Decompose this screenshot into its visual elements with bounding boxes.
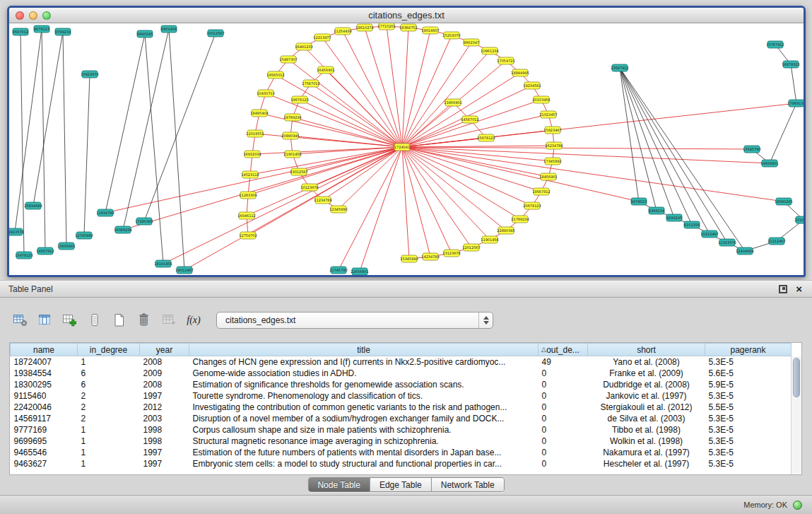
- table-cell[interactable]: 2: [78, 402, 140, 413]
- table-row[interactable]: 1872400712008Changes of HCN gene express…: [11, 356, 792, 368]
- table-cell[interactable]: 5.3E-5: [705, 390, 792, 402]
- graph-node[interactable]: 20103456: [532, 96, 550, 103]
- table-cell[interactable]: 1997: [140, 458, 189, 469]
- graph-node[interactable]: 19012467: [175, 267, 193, 274]
- close-button[interactable]: [16, 11, 24, 20]
- graph-node[interactable]: 12754702: [239, 232, 257, 239]
- table-cell[interactable]: Nakamura et al. (1997): [588, 447, 705, 458]
- table-cell[interactable]: 2008: [140, 356, 189, 368]
- graph-node[interactable]: 18844995: [511, 69, 529, 76]
- network-graph[interactable]: 9567012967812397892349890345990145610012…: [9, 23, 804, 275]
- table-cell[interactable]: 0: [539, 379, 588, 390]
- graph-node[interactable]: 12213977: [313, 34, 331, 41]
- graph-node[interactable]: 16456901: [317, 66, 334, 74]
- table-row[interactable]: 911546021997Tourette syndrome. Phenomeno…: [11, 390, 792, 402]
- table-settings-icon[interactable]: [11, 311, 30, 329]
- graph-node[interactable]: 15923467: [543, 127, 561, 134]
- table-cell[interactable]: 49: [539, 356, 588, 368]
- table-row[interactable]: 1938455462009Genome-wide association stu…: [11, 368, 792, 379]
- table-selector-dropdown[interactable]: citations_edges.txt: [216, 312, 493, 329]
- table-cell[interactable]: 0: [539, 424, 588, 436]
- graph-node[interactable]: 12012567: [462, 244, 480, 251]
- float-panel-icon[interactable]: [779, 285, 787, 293]
- minimize-button[interactable]: [29, 11, 37, 20]
- graph-node[interactable]: 15203070: [442, 32, 460, 39]
- table-cell[interactable]: Hescheler et al. (1997): [588, 458, 705, 469]
- table-cell[interactable]: Genome-wide association studies in ADHD.: [189, 368, 539, 379]
- tab-node-table[interactable]: Node Table: [308, 478, 370, 491]
- delete-table-icon[interactable]: [135, 311, 153, 329]
- graph-node[interactable]: 17290345: [135, 218, 153, 225]
- graph-node[interactable]: 16046112: [237, 212, 255, 219]
- graph-node[interactable]: 22890345: [497, 227, 514, 234]
- graph-node[interactable]: 10861234: [481, 47, 498, 54]
- table-cell[interactable]: 2012: [140, 402, 189, 413]
- table-cell[interactable]: 2: [78, 413, 140, 424]
- graph-node[interactable]: 16234786: [545, 142, 563, 149]
- graph-node[interactable]: 10430713: [257, 90, 274, 97]
- graph-node[interactable]: 16878023: [782, 61, 799, 68]
- column-header-short[interactable]: short: [588, 344, 705, 356]
- graph-node[interactable]: 11254439: [334, 28, 351, 35]
- table-cell[interactable]: 6: [78, 379, 140, 390]
- vertical-scrollbar[interactable]: [791, 356, 801, 474]
- table-cell[interactable]: de Silva et al. (2003): [588, 413, 705, 424]
- graph-node[interactable]: 14234789: [421, 253, 439, 260]
- table-cell[interactable]: 9463627: [11, 458, 78, 469]
- graph-node[interactable]: 9901456: [161, 25, 177, 33]
- table-row[interactable]: 946362711997Embryonic stem cells: a mode…: [11, 458, 792, 469]
- graph-node[interactable]: 17567012: [302, 80, 319, 87]
- graph-node[interactable]: 13545790: [743, 146, 760, 153]
- table-cell[interactable]: Tourette syndrome. Phenomenology and cla…: [189, 390, 539, 402]
- table-cell[interactable]: 5.9E-5: [705, 379, 792, 390]
- graph-node[interactable]: 9678123: [34, 25, 49, 33]
- scrollbar-thumb[interactable]: [793, 358, 800, 397]
- graph-node[interactable]: 11323578: [718, 239, 736, 246]
- table-cell[interactable]: 2003: [140, 413, 189, 424]
- graph-node[interactable]: 13456901: [444, 99, 461, 106]
- graph-node[interactable]: 20890345: [281, 132, 299, 139]
- graph-node[interactable]: 9890345: [137, 30, 153, 37]
- table-cell[interactable]: 9699695: [11, 436, 78, 447]
- import-table-icon[interactable]: [160, 311, 178, 329]
- table-row[interactable]: 969969511998Structural magnetic resonanc…: [11, 436, 792, 447]
- graph-node[interactable]: 19014607: [421, 27, 439, 34]
- graph-node[interactable]: 14656801: [760, 160, 778, 167]
- function-builder-icon[interactable]: f(x): [184, 311, 203, 329]
- table-cell[interactable]: Corpus callosum shape and size in male p…: [189, 424, 539, 436]
- table-cell[interactable]: 1998: [140, 424, 189, 436]
- table-cell[interactable]: Changes of HCN gene expression and I(f) …: [189, 356, 539, 368]
- graph-node[interactable]: 19565012: [266, 71, 284, 78]
- column-header-name[interactable]: name: [11, 344, 78, 356]
- graph-node[interactable]: 15767912: [766, 41, 784, 48]
- graph-node[interactable]: 23567912: [611, 64, 628, 71]
- graph-node[interactable]: 18610274: [355, 24, 373, 31]
- table-cell[interactable]: 0: [539, 402, 588, 413]
- table-cell[interactable]: 1997: [140, 390, 189, 402]
- graph-node[interactable]: 18678123: [290, 96, 308, 103]
- graph-node[interactable]: 17054721: [497, 57, 514, 64]
- table-cell[interactable]: 1: [78, 458, 140, 469]
- table-cell[interactable]: 5.3E-5: [705, 447, 792, 458]
- graph-node[interactable]: 11283309: [239, 192, 257, 199]
- graph-node[interactable]: 12434689: [736, 247, 753, 255]
- table-row[interactable]: 977716911998Corpus callosum shape and si…: [11, 424, 792, 436]
- table-cell[interactable]: 14569117: [11, 413, 78, 424]
- graph-node[interactable]: 21745790: [329, 267, 347, 274]
- graph-node[interactable]: 13123678: [442, 250, 460, 257]
- graph-node[interactable]: 19567812: [532, 188, 550, 195]
- column-header-year[interactable]: year: [140, 344, 189, 356]
- graph-node[interactable]: 11834789: [96, 209, 114, 216]
- graph-node[interactable]: 10212467: [700, 230, 718, 238]
- table-cell[interactable]: 18724007: [11, 356, 78, 368]
- column-header-out_de[interactable]: △out_de...: [539, 344, 588, 356]
- table-cell[interactable]: 5.3E-5: [705, 424, 792, 436]
- table-cell[interactable]: 2009: [140, 368, 189, 379]
- graph-node[interactable]: 9290245: [666, 214, 682, 221]
- graph-node[interactable]: 21789234: [511, 216, 529, 223]
- rows-icon[interactable]: [86, 311, 104, 329]
- graph-node[interactable]: 21023457: [539, 111, 557, 118]
- graph-node[interactable]: 13656901: [57, 243, 75, 250]
- graph-node[interactable]: 14523118: [241, 171, 259, 178]
- table-cell[interactable]: 5.3E-5: [705, 413, 792, 424]
